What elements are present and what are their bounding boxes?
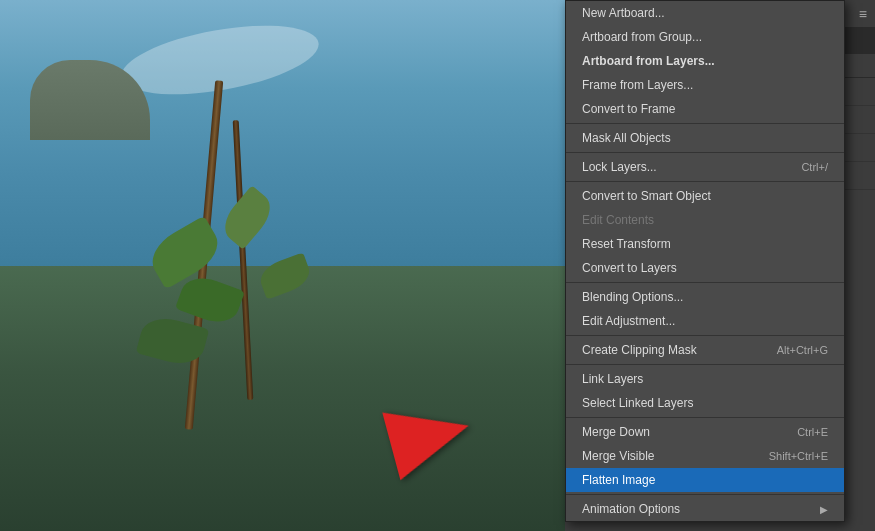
menu-item-convert-smart-object[interactable]: Convert to Smart Object xyxy=(566,184,844,208)
menu-divider xyxy=(566,181,844,182)
menu-item-mask-all-objects[interactable]: Mask All Objects xyxy=(566,126,844,150)
menu-item-label: Link Layers xyxy=(582,372,643,386)
menu-item-edit-contents: Edit Contents xyxy=(566,208,844,232)
menu-divider xyxy=(566,152,844,153)
menu-item-label: Artboard from Layers... xyxy=(582,54,715,68)
menu-item-label: Animation Options xyxy=(582,502,680,516)
menu-divider xyxy=(566,364,844,365)
menu-item-merge-visible[interactable]: Merge VisibleShift+Ctrl+E xyxy=(566,444,844,468)
menu-item-label: Merge Visible xyxy=(582,449,654,463)
menu-divider xyxy=(566,417,844,418)
menu-item-blending-options[interactable]: Blending Options... xyxy=(566,285,844,309)
menu-item-label: Select Linked Layers xyxy=(582,396,693,410)
menu-item-edit-adjustment[interactable]: Edit Adjustment... xyxy=(566,309,844,333)
menu-item-flatten-image[interactable]: Flatten Image xyxy=(566,468,844,492)
menu-item-label: Merge Down xyxy=(582,425,650,439)
menu-item-label: Frame from Layers... xyxy=(582,78,693,92)
menu-shortcut: Ctrl+/ xyxy=(801,161,828,173)
menu-item-label: Convert to Frame xyxy=(582,102,675,116)
menu-item-reset-transform[interactable]: Reset Transform xyxy=(566,232,844,256)
menu-item-merge-down[interactable]: Merge DownCtrl+E xyxy=(566,420,844,444)
menu-item-label: Reset Transform xyxy=(582,237,671,251)
menu-shortcut: Ctrl+E xyxy=(797,426,828,438)
menu-item-new-artboard[interactable]: New Artboard... xyxy=(566,1,844,25)
menu-item-label: Flatten Image xyxy=(582,473,655,487)
menu-divider xyxy=(566,335,844,336)
menu-item-label: Create Clipping Mask xyxy=(582,343,697,357)
menu-item-label: Edit Adjustment... xyxy=(582,314,675,328)
menu-item-animation-options[interactable]: Animation Options▶ xyxy=(566,497,844,521)
menu-divider xyxy=(566,123,844,124)
menu-item-artboard-from-layers[interactable]: Artboard from Layers... xyxy=(566,49,844,73)
red-arrow xyxy=(390,401,470,471)
menu-item-link-layers[interactable]: Link Layers xyxy=(566,367,844,391)
menu-item-label: Edit Contents xyxy=(582,213,654,227)
menu-item-label: Artboard from Group... xyxy=(582,30,702,44)
menu-item-create-clipping-mask[interactable]: Create Clipping MaskAlt+Ctrl+G xyxy=(566,338,844,362)
menu-item-label: Convert to Layers xyxy=(582,261,677,275)
menu-item-lock-layers[interactable]: Lock Layers...Ctrl+/ xyxy=(566,155,844,179)
menu-item-label: New Artboard... xyxy=(582,6,665,20)
menu-item-select-linked-layers[interactable]: Select Linked Layers xyxy=(566,391,844,415)
submenu-arrow-icon: ▶ xyxy=(820,504,828,515)
menu-item-frame-from-layers[interactable]: Frame from Layers... xyxy=(566,73,844,97)
menu-shortcut: Shift+Ctrl+E xyxy=(769,450,828,462)
menu-divider xyxy=(566,494,844,495)
menu-item-label: Mask All Objects xyxy=(582,131,671,145)
menu-divider xyxy=(566,282,844,283)
menu-item-label: Lock Layers... xyxy=(582,160,657,174)
photo-panel xyxy=(0,0,565,531)
context-menu: New Artboard...Artboard from Group...Art… xyxy=(565,0,845,522)
menu-item-label: Blending Options... xyxy=(582,290,683,304)
menu-item-artboard-from-group[interactable]: Artboard from Group... xyxy=(566,25,844,49)
panel-menu-icon[interactable]: ≡ xyxy=(859,6,867,22)
menu-item-convert-to-layers[interactable]: Convert to Layers xyxy=(566,256,844,280)
menu-item-label: Convert to Smart Object xyxy=(582,189,711,203)
menu-shortcut: Alt+Ctrl+G xyxy=(777,344,828,356)
menu-item-convert-to-frame[interactable]: Convert to Frame xyxy=(566,97,844,121)
